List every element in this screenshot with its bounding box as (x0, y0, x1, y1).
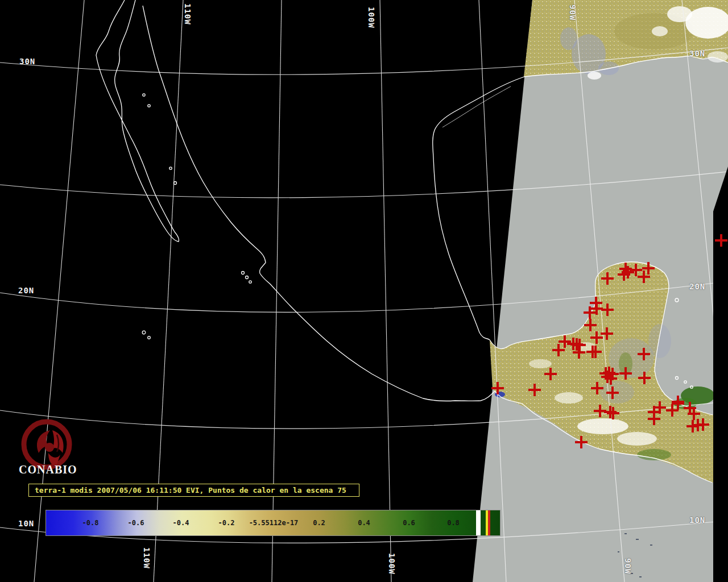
fire-hotspot-marker (619, 367, 632, 380)
graticule-label: 100W (367, 7, 376, 28)
colorbar-tick-label: -0.2 (218, 519, 235, 527)
graticule-label: 110W (142, 547, 151, 569)
fire-hotspot-marker (591, 382, 603, 394)
graticule-label: 100W (387, 553, 396, 575)
conabio-logo-text: CONABIO (19, 463, 77, 476)
colorbar-tick-label: -5.55112e-17 (249, 519, 299, 527)
colorbar-tick-label: -0.8 (82, 519, 99, 527)
graticule-label: 90W (568, 5, 577, 20)
colorbar-stripe (488, 510, 490, 535)
fire-hotspot-marker (638, 348, 650, 360)
colorbar-tick-label: 0.4 (358, 519, 370, 527)
graticule-label: 20N (18, 286, 34, 295)
scene-info-banner: terra-1 modis 2007/05/06 16:11:50 EVI, P… (28, 484, 359, 497)
fire-hotspot-marker (584, 319, 597, 331)
fire-hotspot-marker (648, 413, 660, 425)
graticule-label: 10N (689, 516, 705, 525)
fire-hotspot-marker (638, 271, 650, 283)
fire-hotspot-marker (573, 346, 585, 359)
graticule-label: 30N (19, 57, 35, 66)
fire-hotspot-marker (601, 272, 614, 285)
fire-hotspot-marker (606, 386, 619, 399)
colorbar-tick-label: -0.6 (128, 519, 144, 527)
fire-hotspot-marker (544, 368, 557, 380)
colorbar-tick-label: 0.2 (313, 519, 325, 527)
graticule-label: 10N (18, 519, 34, 528)
fire-hotspot-marker (601, 304, 614, 316)
evi-colorbar: -0.8-0.6-0.4-0.2-5.55112e-170.20.40.60.8 (46, 510, 500, 536)
fire-hotspot-marker (672, 396, 684, 408)
fire-hotspot-marker (607, 407, 619, 419)
fire-hotspot-marker (715, 234, 727, 247)
fire-hotspot-marker (528, 384, 541, 396)
fire-hotspot-marker (589, 346, 602, 358)
graticule-label: 110W (183, 3, 192, 25)
graticule-label: 20N (689, 282, 705, 291)
scene-edge-black-corner (713, 167, 728, 582)
fire-hotspot-marker (653, 401, 666, 414)
graticule-label: 30N (689, 49, 705, 58)
fire-hotspot-marker (638, 372, 651, 384)
fire-hotspot-marker (622, 266, 634, 278)
satellite-map-viewer: CONABIO terra-1 modis 2007/05/06 16:11:5… (0, 0, 728, 582)
fire-hotspot-marker (491, 382, 504, 394)
colorbar-tick-label: -0.4 (173, 519, 189, 527)
fire-hotspot-marker (697, 418, 709, 431)
graticule-label: 90W (623, 558, 632, 574)
colorbar-tick-label: 0.8 (447, 519, 460, 527)
fire-hotspot-marker (590, 331, 603, 344)
fire-hotspot-marker (575, 436, 588, 448)
colorbar-stripe (476, 510, 481, 535)
fire-hotspot-marker (605, 372, 617, 385)
colorbar-tick-label: 0.6 (403, 519, 415, 527)
